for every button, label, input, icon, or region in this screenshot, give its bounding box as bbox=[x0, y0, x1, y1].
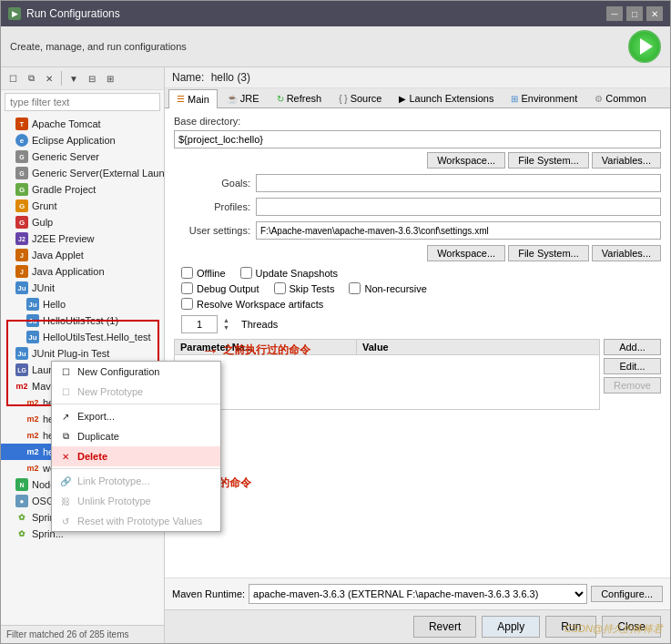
non-recursive-checkbox[interactable]: Non-recursive bbox=[349, 282, 426, 294]
sidebar-toolbar: ☐ ⧉ ✕ ▼ ⊟ ⊞ bbox=[1, 67, 164, 90]
tree-item-java-app[interactable]: J Java Application bbox=[1, 263, 164, 280]
tab-jre[interactable]: ☕ JRE bbox=[219, 88, 268, 107]
tab-refresh[interactable]: ↻ Refresh bbox=[269, 88, 330, 107]
revert-button[interactable]: Revert bbox=[413, 616, 476, 638]
variables-btn-2[interactable]: Variables... bbox=[592, 245, 661, 261]
delete-config-button[interactable]: ✕ bbox=[41, 70, 57, 87]
tree-item-generic-ext[interactable]: G Generic Server(External Launch) bbox=[1, 165, 164, 181]
base-dir-buttons: Workspace... File System... Variables... bbox=[174, 152, 661, 169]
edit-param-button[interactable]: Edit... bbox=[604, 358, 661, 374]
update-snapshots-checkbox[interactable]: Update Snapshots bbox=[240, 267, 339, 279]
ctx-reset-prototype[interactable]: ↺ Reset with Prototype Values bbox=[52, 511, 220, 531]
ctx-export[interactable]: ↗ Export... bbox=[52, 406, 220, 426]
tab-env[interactable]: ⊞ Environment bbox=[503, 88, 585, 107]
workspace-btn-2[interactable]: Workspace... bbox=[427, 245, 505, 261]
resolve-artifacts-input[interactable] bbox=[181, 298, 193, 310]
remove-param-button[interactable]: Remove bbox=[604, 377, 661, 394]
tab-main[interactable]: ☰ Main bbox=[168, 89, 218, 108]
configure-button[interactable]: Configure... bbox=[591, 586, 663, 602]
tree-item-gulp[interactable]: G Gulp bbox=[1, 214, 164, 230]
skip-tests-input[interactable] bbox=[274, 282, 286, 294]
duplicate-config-button[interactable]: ⧉ bbox=[23, 70, 39, 87]
spring2-icon: ✿ bbox=[15, 527, 28, 540]
close-button[interactable]: ✕ bbox=[646, 6, 663, 21]
variables-btn-1[interactable]: Variables... bbox=[592, 152, 661, 169]
junit-icon: Ju bbox=[15, 281, 28, 294]
offline-checkbox[interactable]: Offline bbox=[181, 267, 226, 279]
filter-input[interactable] bbox=[5, 93, 160, 111]
duplicate-icon: ⧉ bbox=[59, 430, 72, 443]
main-tab-icon: ☰ bbox=[177, 94, 185, 104]
tree-item-helloutils-hello[interactable]: Ju HelloUtilsTest.Hello_test bbox=[1, 329, 164, 345]
filter-button[interactable]: ▼ bbox=[66, 70, 82, 87]
user-settings-input[interactable] bbox=[256, 221, 661, 240]
non-recursive-input[interactable] bbox=[349, 282, 361, 294]
junit-plugin-icon: Ju bbox=[15, 347, 28, 360]
ctx-unlink-prototype[interactable]: ⛓ Unlink Prototype bbox=[52, 491, 220, 511]
new-config-button[interactable]: ☐ bbox=[5, 70, 21, 87]
run-bottom-button[interactable]: Run bbox=[545, 616, 596, 638]
m2-hello2-icon: m2 bbox=[26, 429, 39, 442]
file-system-btn-2[interactable]: File System... bbox=[508, 245, 589, 261]
collapse-button[interactable]: ⊟ bbox=[84, 70, 100, 87]
apply-button[interactable]: Apply bbox=[482, 616, 540, 638]
profiles-input[interactable] bbox=[256, 198, 661, 216]
tab-common[interactable]: ⚙ Common bbox=[586, 88, 655, 107]
tree-item-gradle[interactable]: G Gradle Project bbox=[1, 181, 164, 198]
minimize-button[interactable]: ─ bbox=[606, 6, 623, 21]
maven-runtime-select[interactable]: apache-maven-3.6.3 (EXTERNAL F:\apache-m… bbox=[249, 584, 587, 604]
header-subtitle: Create, manage, and run configurations bbox=[10, 41, 187, 52]
update-snapshots-input[interactable] bbox=[240, 267, 252, 279]
reset-prototype-icon: ↺ bbox=[59, 515, 72, 527]
checkboxes-row1: Offline Update Snapshots bbox=[174, 267, 661, 279]
jre-tab-icon: ☕ bbox=[227, 94, 238, 104]
close-button-bottom[interactable]: Close bbox=[602, 616, 661, 638]
base-dir-section: Base directory: bbox=[174, 116, 661, 127]
tree-item-apache-tomcat[interactable]: T Apache Tomcat bbox=[1, 116, 164, 132]
helloutils1-icon: Ju bbox=[26, 314, 39, 327]
env-tab-icon: ⊞ bbox=[511, 94, 518, 104]
node-icon: N bbox=[15, 478, 28, 491]
threads-down[interactable]: ▼ bbox=[223, 324, 236, 332]
ctx-new-config[interactable]: ☐ New Configuration bbox=[52, 362, 220, 382]
expand-button[interactable]: ⊞ bbox=[102, 70, 118, 87]
tree-item-grunt[interactable]: G Grunt bbox=[1, 198, 164, 214]
threads-input[interactable] bbox=[181, 315, 218, 333]
add-param-button[interactable]: Add... bbox=[604, 339, 661, 355]
tree-item-j2ee[interactable]: J2 J2EE Preview bbox=[1, 230, 164, 247]
maximize-button[interactable]: □ bbox=[626, 6, 643, 21]
params-table: Parameter Na... Value bbox=[174, 339, 600, 410]
tree-item-junit[interactable]: Ju JUnit bbox=[1, 280, 164, 296]
ctx-duplicate[interactable]: ⧉ Duplicate bbox=[52, 426, 220, 446]
params-col-name: Parameter Na... bbox=[175, 340, 357, 354]
ctx-new-prototype[interactable]: ☐ New Prototype bbox=[52, 382, 220, 402]
tree-item-hello[interactable]: Ju Hello bbox=[1, 296, 164, 312]
tree-item-junit-plugin[interactable]: Ju JUnit Plug-in Test bbox=[1, 345, 164, 362]
tab-launch-ext[interactable]: ▶ Launch Extensions bbox=[391, 88, 502, 107]
tree-item-helloutils1[interactable]: Ju HelloUtilsTest (1) bbox=[1, 312, 164, 329]
maven-icon: m2 bbox=[15, 380, 28, 393]
tree-item-generic-server[interactable]: G Generic Server bbox=[1, 148, 164, 165]
run-button[interactable] bbox=[628, 30, 661, 63]
skip-tests-checkbox[interactable]: Skip Tests bbox=[274, 282, 335, 294]
user-settings-label: User settings: bbox=[174, 225, 256, 236]
debug-output-input[interactable] bbox=[181, 282, 193, 294]
m2-hello3-icon: m2 bbox=[26, 445, 39, 458]
base-dir-input[interactable] bbox=[174, 130, 661, 148]
tree-item-java-applet[interactable]: J Java Applet bbox=[1, 247, 164, 263]
offline-input[interactable] bbox=[181, 267, 193, 279]
resolve-artifacts-checkbox[interactable]: Resolve Workspace artifacts bbox=[181, 298, 323, 310]
window-controls[interactable]: ─ □ ✕ bbox=[606, 6, 663, 21]
threads-up[interactable]: ▲ bbox=[223, 317, 236, 324]
debug-output-checkbox[interactable]: Debug Output bbox=[181, 282, 259, 294]
generic-ext-icon: G bbox=[15, 167, 28, 179]
workspace-btn-1[interactable]: Workspace... bbox=[427, 152, 505, 169]
ctx-link-prototype[interactable]: 🔗 Link Prototype... bbox=[52, 471, 220, 491]
tree-item-eclipse-app[interactable]: e Eclipse Application bbox=[1, 132, 164, 148]
goals-input[interactable] bbox=[256, 174, 661, 192]
context-menu: ☐ New Configuration ☐ New Prototype ↗ Ex… bbox=[51, 361, 221, 532]
file-system-btn-1[interactable]: File System... bbox=[508, 152, 589, 169]
sidebar-footer: Filter matched 26 of 285 items bbox=[1, 625, 164, 643]
tab-source[interactable]: { } Source bbox=[330, 88, 390, 107]
ctx-delete[interactable]: ✕ Delete bbox=[52, 446, 220, 466]
